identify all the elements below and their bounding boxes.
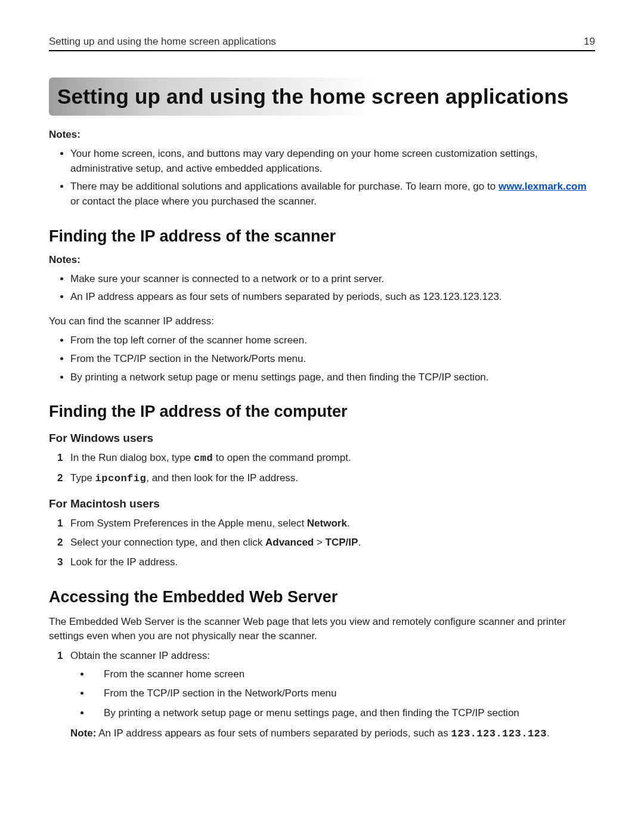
- subsection-windows: For Windows users: [49, 432, 595, 445]
- text: From the TCP/IP section in the Network/P…: [104, 688, 337, 699]
- text: , and then look for the IP address.: [146, 472, 298, 484]
- text: By printing a network setup page or menu…: [70, 371, 489, 383]
- bold-text: Advanced: [265, 537, 314, 548]
- notes-label: Notes:: [49, 129, 595, 141]
- page-number: 19: [584, 36, 595, 48]
- step: 3 Look for the IP address.: [57, 555, 595, 570]
- notes-label: Notes:: [49, 254, 595, 266]
- text: to open the command prompt.: [213, 452, 351, 463]
- text: Make sure your scanner is connected to a…: [70, 273, 384, 284]
- step: 1 From System Preferences in the Apple m…: [57, 516, 595, 531]
- lead-text: You can find the scanner IP address:: [49, 314, 595, 329]
- step: 2 Type ipconfig, and then look for the I…: [57, 471, 595, 487]
- list-item: An IP address appears as four sets of nu…: [70, 290, 595, 305]
- list-item: By printing a network setup page or menu…: [91, 706, 595, 721]
- ews-substeps: From the scanner home screen From the TC…: [70, 667, 595, 721]
- step-number: 1: [57, 516, 63, 531]
- text: Your home screen, icons, and buttons may…: [70, 148, 538, 174]
- text: There may be additional solutions and ap…: [70, 181, 499, 192]
- text: >: [314, 537, 325, 548]
- note-label: Note:: [70, 727, 96, 739]
- text: Select your connection type, and then cl…: [70, 537, 265, 548]
- list-item: Make sure your scanner is connected to a…: [70, 272, 595, 287]
- step: 2 Select your connection type, and then …: [57, 535, 595, 550]
- text: Obtain the scanner IP address:: [70, 650, 210, 661]
- step-number: 2: [57, 535, 63, 550]
- ews-steps: 1 Obtain the scanner IP address: From th…: [49, 649, 595, 742]
- section-heading-ip-scanner: Finding the IP address of the scanner: [49, 227, 595, 246]
- section-heading-ews: Accessing the Embedded Web Server: [49, 588, 595, 606]
- page: Setting up and using the home screen app…: [0, 0, 644, 775]
- bold-text: TCP/IP: [326, 537, 358, 548]
- text: From the top left corner of the scanner …: [70, 335, 307, 346]
- step-number: 1: [57, 649, 63, 664]
- text: By printing a network setup page or menu…: [104, 707, 519, 719]
- text: or contact the place where you purchased…: [70, 196, 317, 207]
- windows-steps: 1 In the Run dialog box, type cmd to ope…: [49, 451, 595, 486]
- text: From the scanner home screen: [104, 668, 244, 680]
- step: 1 In the Run dialog box, type cmd to ope…: [57, 451, 595, 466]
- step-number: 1: [57, 451, 63, 466]
- intro-notes-list: Your home screen, icons, and buttons may…: [49, 147, 595, 209]
- list-item: There may be additional solutions and ap…: [70, 179, 595, 209]
- text: .: [358, 537, 361, 548]
- ip-scanner-notes-list: Make sure your scanner is connected to a…: [49, 272, 595, 305]
- code-text: cmd: [194, 453, 213, 464]
- ews-intro: The Embedded Web Server is the scanner W…: [49, 615, 595, 644]
- text: An IP address appears as four sets of nu…: [70, 291, 502, 302]
- list-item: From the TCP/IP section in the Network/P…: [70, 352, 595, 367]
- code-text: 123.123.123.123: [451, 728, 547, 739]
- list-item: From the scanner home screen: [91, 667, 595, 682]
- text: Type: [70, 472, 95, 484]
- text: Look for the IP address.: [70, 556, 178, 568]
- text: From System Preferences in the Apple men…: [70, 518, 307, 529]
- list-item: From the TCP/IP section in the Network/P…: [91, 686, 595, 701]
- list-item: Your home screen, icons, and buttons may…: [70, 147, 595, 176]
- lexmark-link[interactable]: www.lexmark.com: [499, 181, 587, 192]
- mac-steps: 1 From System Preferences in the Apple m…: [49, 516, 595, 570]
- section-heading-ip-computer: Finding the IP address of the computer: [49, 402, 595, 421]
- list-item: By printing a network setup page or menu…: [70, 370, 595, 385]
- step: 1 Obtain the scanner IP address: From th…: [57, 649, 595, 742]
- bold-text: Network: [307, 518, 347, 529]
- ews-note: Note: An IP address appears as four sets…: [70, 726, 595, 742]
- step-number: 2: [57, 471, 63, 486]
- step-number: 3: [57, 555, 63, 570]
- running-header: Setting up and using the home screen app…: [49, 36, 595, 51]
- text: .: [547, 727, 550, 739]
- text: .: [347, 518, 350, 529]
- running-title: Setting up and using the home screen app…: [49, 36, 276, 48]
- code-text: ipconfig: [95, 473, 147, 484]
- text: An IP address appears as four sets of nu…: [96, 727, 451, 739]
- text: From the TCP/IP section in the Network/P…: [70, 353, 306, 364]
- text: In the Run dialog box, type: [70, 452, 194, 463]
- page-title: Setting up and using the home screen app…: [49, 78, 595, 116]
- list-item: From the top left corner of the scanner …: [70, 333, 595, 348]
- subsection-mac: For Macintosh users: [49, 497, 595, 510]
- ip-scanner-where-list: From the top left corner of the scanner …: [49, 333, 595, 385]
